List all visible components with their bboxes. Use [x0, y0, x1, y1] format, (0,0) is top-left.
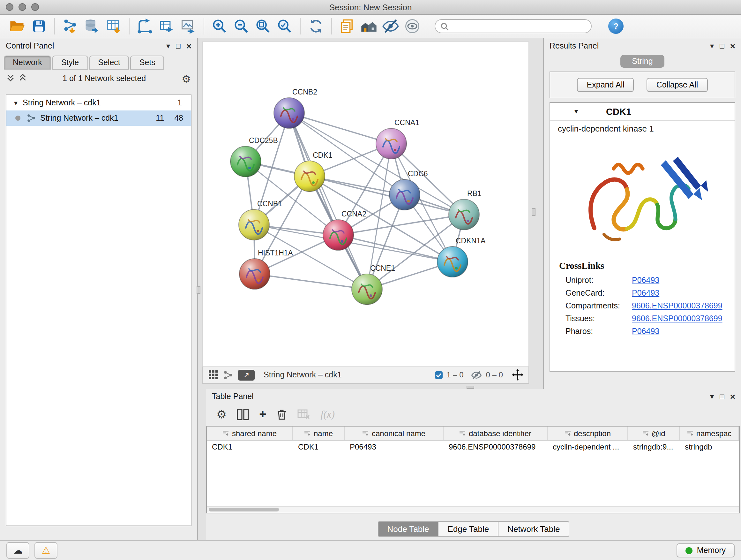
show-columns-icon[interactable] — [237, 409, 249, 420]
edge-CCNB2-CCNE1[interactable] — [289, 113, 367, 289]
application-window: Session: New Session — [0, 0, 741, 560]
results-panel: Results Panel ▾ □ × String Expand All Co… — [543, 38, 741, 389]
warnings-button[interactable]: ⚠ — [35, 542, 57, 559]
help-button[interactable]: ? — [608, 18, 623, 34]
new-network-button[interactable] — [135, 17, 154, 36]
node-HIST1H1A[interactable]: HIST1H1A — [239, 249, 293, 289]
panel-close-icon[interactable]: × — [186, 42, 192, 51]
panel-resize-handle[interactable] — [532, 208, 536, 216]
node-CDK1[interactable]: CDK1 — [294, 151, 332, 192]
table-cell: 9606.ENSP00000378699 — [444, 441, 548, 453]
clone-network-button[interactable] — [338, 17, 357, 36]
zoom-fit-button[interactable] — [253, 17, 273, 36]
tab-style[interactable]: Style — [52, 56, 88, 70]
new-table-button[interactable] — [157, 17, 176, 36]
table-settings-gear-icon[interactable]: ⚙ — [216, 408, 226, 422]
crosslink-label: Compartments: — [565, 301, 632, 310]
gene-description: cyclin-dependent kinase 1 — [550, 121, 735, 135]
collection-caret-icon[interactable]: ▾ — [14, 99, 17, 107]
zoom-selected-button[interactable] — [275, 17, 294, 36]
panel-resize-handle[interactable] — [467, 386, 474, 389]
crosslink-value-link[interactable]: P06493 — [632, 276, 659, 285]
node-CDKN1A[interactable]: CDKN1A — [437, 237, 486, 277]
tab-select[interactable]: Select — [89, 56, 129, 70]
hide-annotations-eye-slash-button[interactable] — [381, 17, 400, 36]
memory-button[interactable]: Memory — [677, 543, 735, 557]
hidden-eye-slash-icon[interactable] — [471, 371, 482, 379]
column-header-canonical-name[interactable]: canonical name — [345, 427, 444, 440]
panel-close-icon[interactable]: × — [730, 42, 735, 51]
zoom-in-button[interactable] — [210, 17, 229, 36]
edge-CCNE1-HIST1H1A[interactable] — [255, 274, 367, 289]
gene-header[interactable]: ▾ CDK1 — [550, 103, 735, 121]
crosslink-value-link[interactable]: P06493 — [632, 289, 659, 298]
edge-CCNB2-CCNA1[interactable] — [289, 113, 391, 144]
tab-network-table[interactable]: Network Table — [498, 521, 569, 537]
node-CCNB1[interactable]: CCNB1 — [239, 199, 282, 240]
save-session-button[interactable] — [29, 17, 49, 36]
open-session-button[interactable] — [8, 17, 27, 36]
selected-checkbox-icon[interactable] — [434, 371, 443, 379]
collapse-all-networks-icon[interactable] — [6, 73, 15, 84]
column-header-database-identifier[interactable]: database identifier — [444, 427, 548, 440]
panel-menu-caret-icon[interactable]: ▾ — [710, 393, 714, 400]
column-header-namespac[interactable]: namespac — [680, 427, 739, 440]
export-image-button[interactable] — [179, 17, 198, 36]
column-header-description[interactable]: description — [548, 427, 628, 440]
crosslink-value-link[interactable]: 9606.ENSP00000378699 — [632, 301, 723, 310]
edge-CCNA2-CDKN1A[interactable] — [338, 235, 453, 262]
create-column-plus-icon[interactable]: + — [259, 408, 266, 422]
crosslink-label: Uniprot: — [565, 276, 632, 285]
panel-float-icon[interactable]: □ — [176, 42, 181, 50]
expand-all-networks-icon[interactable] — [18, 73, 27, 84]
import-network-from-file-button[interactable] — [61, 17, 80, 36]
panel-float-icon[interactable]: □ — [720, 393, 724, 400]
network-options-gear-icon[interactable]: ⚙ — [182, 72, 191, 84]
horizontal-scrollbar[interactable] — [207, 506, 739, 513]
scrollbar-thumb[interactable] — [209, 508, 279, 511]
network-collection-row[interactable]: ▾ String Network – cdk1 1 — [6, 95, 191, 111]
table-row[interactable]: CDK1CDK1P064939606.ENSP00000378699cyclin… — [207, 441, 739, 453]
node-CCNB2[interactable]: CCNB2 — [274, 88, 317, 128]
node-RB1[interactable]: RB1 — [449, 189, 482, 230]
delete-column-trash-icon[interactable] — [277, 409, 287, 420]
node-label: CCNB2 — [292, 88, 317, 96]
search-field[interactable] — [434, 19, 592, 33]
fit-crosshair-icon[interactable] — [512, 369, 523, 381]
tab-string[interactable]: String — [620, 55, 664, 68]
panel-menu-caret-icon[interactable]: ▾ — [166, 42, 170, 50]
column-header--id[interactable]: @id — [628, 427, 680, 440]
refresh-view-button[interactable] — [307, 17, 326, 36]
search-input[interactable] — [452, 22, 586, 30]
grid-view-icon[interactable] — [208, 370, 218, 380]
birdseye-view-button[interactable]: ↗ — [238, 369, 255, 380]
node-label: CCNE1 — [370, 264, 395, 272]
search-icon — [441, 22, 449, 30]
network-icon[interactable] — [223, 370, 233, 380]
tab-sets[interactable]: Sets — [131, 56, 164, 70]
network-canvas[interactable]: CCNB2CCNA1CDC25BCDK1CDC6RB1CCNB1CCNA2CDK… — [202, 42, 529, 367]
tab-node-table[interactable]: Node Table — [378, 521, 439, 537]
node-CCNA1[interactable]: CCNA1 — [376, 118, 419, 159]
cloud-status-button[interactable]: ☁ — [6, 542, 29, 559]
zoom-out-button[interactable] — [232, 17, 251, 36]
network-edge-count: 48 — [174, 114, 183, 123]
show-graphics-details-button[interactable] — [359, 17, 379, 36]
import-network-from-database-button[interactable] — [82, 17, 102, 36]
panel-resize-handle[interactable] — [197, 286, 200, 294]
panel-close-icon[interactable]: × — [730, 392, 735, 401]
crosslink-value-link[interactable]: P06493 — [632, 327, 659, 336]
collapse-all-button[interactable]: Collapse All — [647, 78, 708, 92]
tab-edge-table[interactable]: Edge Table — [438, 521, 499, 537]
crosslink-value-link[interactable]: 9606.ENSP00000378699 — [632, 314, 723, 323]
import-table-from-file-button[interactable] — [104, 17, 123, 36]
column-header-shared-name[interactable]: shared name — [207, 427, 293, 440]
panel-float-icon[interactable]: □ — [720, 42, 724, 50]
eye-button[interactable] — [403, 17, 422, 36]
network-row-selected[interactable]: String Network – cdk1 11 48 — [6, 111, 191, 126]
gene-caret-icon[interactable]: ▾ — [575, 107, 578, 116]
panel-menu-caret-icon[interactable]: ▾ — [710, 42, 714, 50]
column-header-name[interactable]: name — [293, 427, 345, 440]
expand-all-button[interactable]: Expand All — [577, 78, 634, 92]
tab-network[interactable]: Network — [4, 56, 51, 70]
